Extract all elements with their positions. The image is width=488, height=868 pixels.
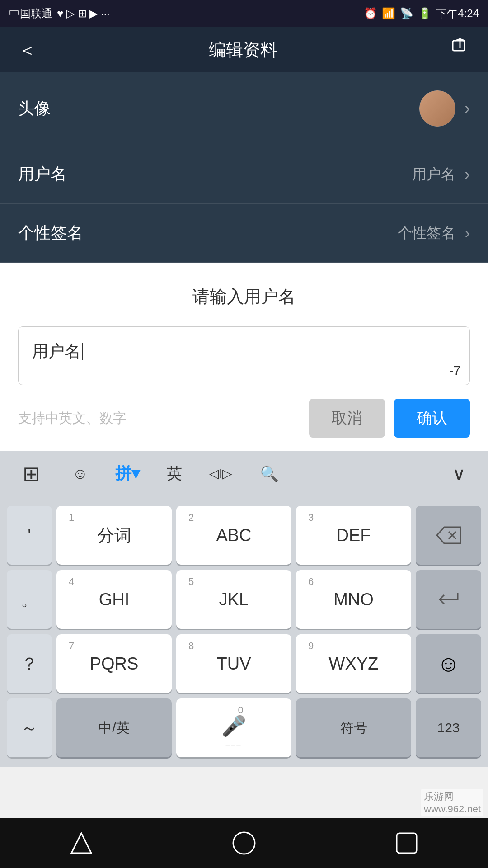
username-row[interactable]: 用户名 用户名 › [0, 145, 488, 204]
toolbar-english-button[interactable]: 英 [153, 456, 196, 492]
toolbar-hide-button[interactable]: ∨ [439, 456, 479, 492]
username-value: 用户名 [412, 165, 455, 184]
key-4-num: 4 [69, 576, 74, 588]
time-text: 下午4:24 [436, 6, 479, 21]
key-9-num: 9 [308, 640, 314, 652]
key-apostrophe[interactable]: ' [7, 506, 52, 565]
back-button[interactable]: ＜ [18, 38, 36, 62]
key-8-tuv[interactable]: 8 TUV [176, 634, 291, 693]
toolbar-separator-2 [295, 460, 295, 487]
text-cursor [82, 343, 83, 360]
keyboard-toolbar: ⊞ ☺ 拼▾ 英 ◁I▷ 🔍 ∨ [0, 451, 488, 496]
username-chevron: › [465, 165, 470, 184]
page-title: 编辑资料 [209, 38, 277, 61]
key-6-mno[interactable]: 6 MNO [296, 570, 411, 629]
key-enter[interactable] [416, 570, 481, 629]
profile-section: 头像 › 用户名 用户名 › 个性签名 个性签名 › [0, 72, 488, 263]
carrier-text: 中国联通 [9, 6, 52, 21]
keyboard-row-1: ' 1 分词 2 ABC 3 DEF [0, 503, 488, 567]
input-dialog: 请输入用户名 用户名 -7 支持中英文、数字 取消 确认 [0, 263, 488, 451]
avatar-right: › [419, 90, 470, 127]
key-mic-underline: ___ [226, 738, 242, 746]
key-1-fenci[interactable]: 1 分词 [56, 506, 172, 565]
keyboard-row-4: ～ 中/英 0 🎤 ___ 符号 123 [0, 696, 488, 760]
key-emoji[interactable]: ☺ [416, 634, 481, 693]
key-symbol[interactable]: 符号 [296, 698, 411, 757]
signature-right: 个性签名 › [398, 223, 470, 243]
avatar-chevron: › [465, 99, 470, 118]
svg-rect-6 [397, 833, 417, 853]
key-123[interactable]: 123 [416, 698, 481, 757]
username-label: 用户名 [18, 163, 67, 185]
keyboard: ' 1 分词 2 ABC 3 DEF 。 4 GHI [0, 496, 488, 767]
key-9-wxyz[interactable]: 9 WXYZ [296, 634, 411, 693]
key-8-num: 8 [188, 640, 194, 652]
key-0-mic[interactable]: 0 🎤 ___ [176, 698, 291, 757]
key-3-num: 3 [308, 512, 314, 524]
key-delete[interactable] [416, 506, 481, 565]
key-3-def[interactable]: 3 DEF [296, 506, 411, 565]
key-question[interactable]: ？ [7, 634, 52, 693]
key-6-label: MNO [333, 590, 374, 609]
signature-label: 个性签名 [18, 222, 83, 244]
signal-icon: 📡 [400, 7, 413, 20]
status-bar: 中国联通 ♥ ▷ ⊞ ▶ ··· ⏰ 📶 📡 🔋 下午4:24 [0, 0, 488, 27]
avatar-row[interactable]: 头像 › [0, 72, 488, 145]
key-2-abc[interactable]: 2 ABC [176, 506, 291, 565]
signature-value: 个性签名 [398, 223, 455, 243]
hint-and-buttons: 支持中英文、数字 取消 确认 [18, 399, 470, 438]
key-4-ghi[interactable]: 4 GHI [56, 570, 172, 629]
confirm-button[interactable]: 确认 [394, 399, 470, 438]
key-2-label: ABC [216, 526, 251, 545]
key-7-num: 7 [69, 640, 74, 652]
key-period[interactable]: 。 [7, 570, 52, 629]
key-1-label: 分词 [97, 524, 131, 547]
alarm-icon: ⏰ [364, 7, 377, 20]
dialog-title: 请输入用户名 [18, 285, 470, 308]
toolbar-pinyin-button[interactable]: 拼▾ [102, 456, 153, 492]
nav-bar: ＜ 编辑资料 [0, 27, 488, 72]
svg-rect-0 [453, 41, 465, 51]
nav-recent-button[interactable] [389, 825, 425, 861]
key-5-label: JKL [219, 590, 249, 609]
watermark: 乐游网www.962.net [421, 789, 483, 816]
key-7-label: PQRS [90, 654, 139, 674]
key-mic-icon: 🎤 [221, 714, 246, 738]
cancel-button[interactable]: 取消 [309, 399, 385, 438]
toolbar-grid-button[interactable]: ⊞ [9, 456, 54, 492]
nav-back-button[interactable] [63, 825, 99, 861]
wifi-icon: 📶 [382, 7, 395, 20]
input-box[interactable]: 用户名 -7 [18, 326, 470, 385]
key-5-num: 5 [188, 576, 194, 588]
key-question-label: ？ [21, 652, 38, 675]
key-tilde[interactable]: ～ [7, 698, 52, 757]
input-text: 用户名 [32, 340, 456, 363]
svg-point-5 [233, 832, 255, 854]
share-button[interactable] [450, 38, 470, 62]
key-7-pqrs[interactable]: 7 PQRS [56, 634, 172, 693]
signature-chevron: › [465, 224, 470, 243]
status-left: 中国联通 ♥ ▷ ⊞ ▶ ··· [9, 6, 110, 21]
signature-row[interactable]: 个性签名 个性签名 › [0, 204, 488, 263]
toolbar-search-button[interactable]: 🔍 [246, 456, 292, 492]
key-1-num: 1 [69, 512, 74, 524]
key-0-num: 0 [238, 704, 243, 716]
toolbar-emoji-button[interactable]: ☺ [59, 456, 102, 492]
key-123-label: 123 [437, 720, 460, 736]
key-5-jkl[interactable]: 5 JKL [176, 570, 291, 629]
status-icons: ♥ ▷ ⊞ ▶ ··· [57, 7, 110, 20]
key-apostrophe-label: ' [28, 526, 31, 545]
status-right: ⏰ 📶 📡 🔋 下午4:24 [364, 6, 479, 21]
toolbar-cursor-button[interactable]: ◁I▷ [196, 456, 246, 492]
key-4-label: GHI [99, 590, 130, 609]
key-tilde-label: ～ [21, 717, 38, 740]
key-8-label: TUV [217, 654, 251, 674]
keyboard-row-2: 。 4 GHI 5 JKL 6 MNO [0, 567, 488, 632]
avatar-label: 头像 [18, 98, 51, 120]
key-2-num: 2 [188, 512, 194, 524]
key-zh-en[interactable]: 中/英 [56, 698, 172, 757]
key-zh-en-label: 中/英 [99, 719, 129, 737]
nav-home-button[interactable] [226, 825, 262, 861]
svg-marker-4 [71, 833, 91, 853]
key-symbol-label: 符号 [340, 719, 367, 737]
